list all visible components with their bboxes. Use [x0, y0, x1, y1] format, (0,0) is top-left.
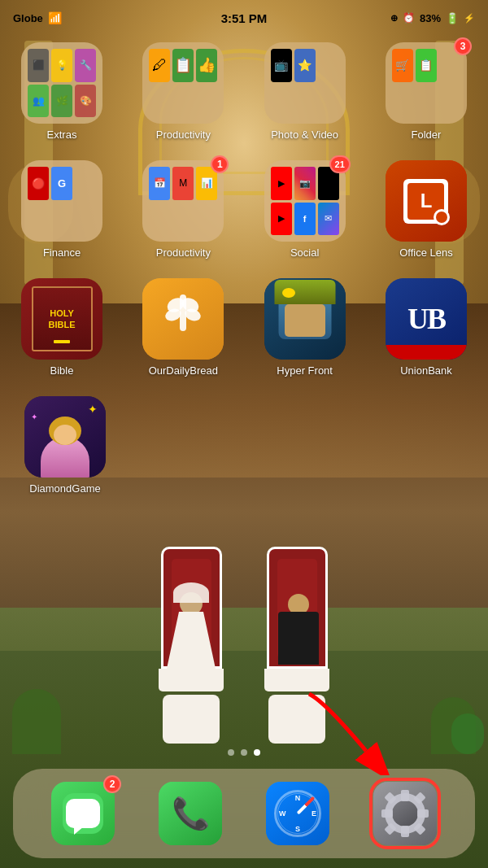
social-badge: 21 — [329, 155, 351, 173]
dock-messages[interactable]: 2 — [51, 782, 115, 845]
folder-label: Folder — [412, 129, 442, 141]
productivity1-label: Productivity — [156, 129, 211, 141]
union-bank-label: UnionBank — [400, 364, 452, 377]
app-photo-video[interactable]: 📺 ⭐ Photo & Video — [256, 42, 354, 141]
battery-icon: 🔋 — [446, 12, 459, 24]
finance-label: Finance — [43, 246, 81, 259]
odb-label: OurDailyBread — [149, 364, 218, 377]
social-label: Social — [290, 246, 319, 259]
hyper-front-label: Hyper Front — [277, 364, 333, 377]
wifi-icon: 📶 — [48, 11, 62, 24]
app-productivity1[interactable]: 🖊 📋 👍 Productivity — [134, 42, 232, 141]
status-right: ⊕ ⏰ 83% 🔋 ⚡ — [390, 12, 475, 24]
page-dot-3 — [254, 749, 260, 756]
dock: 2 📞 — [13, 769, 475, 858]
app-odb[interactable]: OurDailyBread — [134, 278, 232, 377]
app-row-2: 🔴 G Finance 1 📅 M 📊 — [13, 160, 475, 259]
page-dot-1 — [228, 749, 234, 756]
status-time: 3:51 PM — [221, 11, 268, 25]
dock-settings[interactable] — [373, 782, 437, 845]
app-extras[interactable]: ⬛ 💡 🔧 👥 🌿 🎨 Extras — [13, 42, 111, 141]
dock-safari[interactable]: N S E W — [266, 782, 329, 845]
dock-phone[interactable]: 📞 — [159, 782, 222, 845]
app-row-4: ✦ ✦ DiamondGame — [13, 396, 475, 495]
app-social[interactable]: 21 ▶ 📷 ♪ ▶ f ✉ Social — [256, 160, 354, 259]
alarm-icon: ⏰ — [403, 12, 415, 24]
battery-label: 83% — [420, 12, 441, 24]
productivity2-badge: 1 — [211, 155, 229, 173]
portrait-icon: ⊕ — [390, 13, 398, 24]
carrier-label: Globe — [13, 12, 43, 24]
page-dots — [228, 749, 260, 756]
charging-icon: ⚡ — [464, 13, 475, 24]
app-grid: ⬛ 💡 🔧 👥 🌿 🎨 Extras 🖊 📋 — [0, 42, 488, 514]
photo-video-label: Photo & Video — [271, 129, 338, 141]
app-row-1: ⬛ 💡 🔧 👥 🌿 🎨 Extras 🖊 📋 — [13, 42, 475, 141]
app-folder-main[interactable]: 3 🛒 📋 Folder — [377, 42, 475, 141]
status-bar: Globe 📶 3:51 PM ⊕ ⏰ 83% 🔋 ⚡ — [0, 0, 488, 36]
folder-badge: 3 — [454, 37, 472, 55]
app-finance[interactable]: 🔴 G Finance — [13, 160, 111, 259]
app-office-lens[interactable]: L Office Lens — [377, 160, 475, 259]
status-left: Globe 📶 — [13, 11, 62, 24]
app-row-3: HOLYBIBLE Bible — [13, 278, 475, 377]
app-diamond-game[interactable]: ✦ ✦ DiamondGame — [16, 396, 114, 495]
app-productivity2[interactable]: 1 📅 M 📊 Productivity — [134, 160, 232, 259]
messages-badge: 2 — [103, 775, 121, 793]
productivity2-label: Productivity — [156, 246, 211, 259]
app-union-bank[interactable]: UB UnionBank — [377, 278, 475, 377]
office-lens-label: Office Lens — [399, 246, 453, 259]
app-bible[interactable]: HOLYBIBLE Bible — [13, 278, 111, 377]
page-dot-2 — [241, 749, 247, 756]
bible-label: Bible — [50, 364, 74, 377]
app-hyper-front[interactable]: Hyper Front — [256, 278, 354, 377]
diamond-game-label: DiamondGame — [29, 482, 100, 495]
extras-label: Extras — [47, 129, 77, 141]
